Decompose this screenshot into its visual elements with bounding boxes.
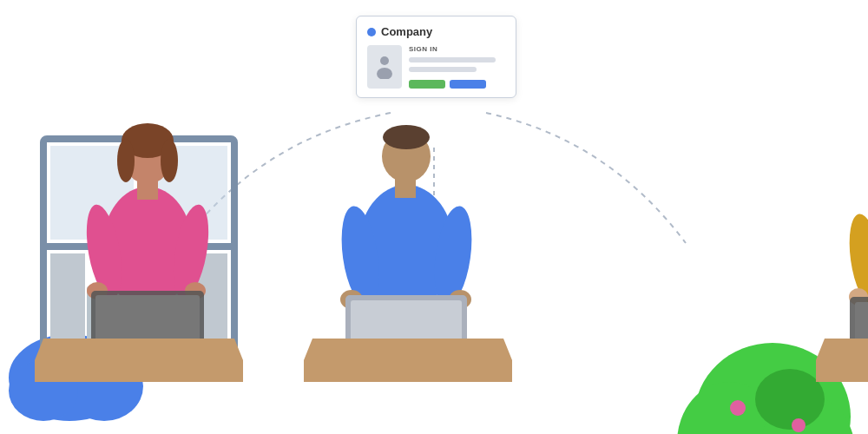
card-dot: [367, 28, 376, 36]
svg-point-46: [755, 369, 825, 430]
input-line-1: [409, 57, 496, 62]
card-buttons: [409, 80, 505, 89]
right-person-svg: [838, 122, 868, 339]
signin-card: Company SIGN IN: [356, 16, 516, 98]
svg-rect-28: [95, 295, 200, 339]
card-title: Company: [381, 25, 432, 38]
svg-point-19: [117, 139, 135, 182]
svg-rect-36: [395, 179, 416, 198]
svg-point-1: [380, 56, 389, 65]
svg-point-34: [383, 125, 430, 149]
svg-point-48: [792, 418, 806, 432]
left-person-svg: [78, 113, 217, 339]
card-fields: SIGN IN: [409, 45, 505, 89]
avatar-icon: [375, 55, 394, 79]
svg-rect-22: [137, 181, 158, 200]
svg-point-2: [377, 68, 392, 79]
svg-rect-68: [855, 302, 868, 339]
svg-marker-53: [816, 339, 868, 382]
svg-point-47: [730, 400, 746, 416]
signin-button-blue[interactable]: [450, 80, 486, 89]
svg-point-20: [161, 139, 178, 182]
svg-marker-16: [35, 339, 243, 382]
main-scene: Company SIGN IN: [0, 0, 868, 434]
signin-button-green[interactable]: [409, 80, 445, 89]
input-line-2: [409, 67, 477, 72]
svg-rect-42: [351, 300, 462, 339]
signin-label: SIGN IN: [409, 45, 505, 53]
svg-marker-29: [304, 339, 512, 382]
card-avatar-box: [367, 45, 402, 89]
center-person-svg: [330, 113, 482, 339]
